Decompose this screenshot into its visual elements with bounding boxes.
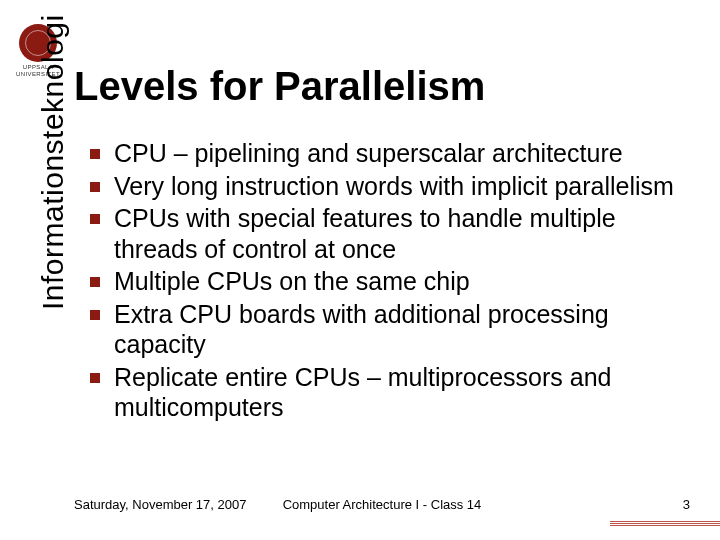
department-label: Informationsteknologi xyxy=(36,14,70,310)
slide-title: Levels for Parallelism xyxy=(74,64,485,109)
square-bullet-icon xyxy=(90,149,100,159)
list-item: Extra CPU boards with additional process… xyxy=(90,299,690,360)
list-item: CPUs with special features to handle mul… xyxy=(90,203,690,264)
square-bullet-icon xyxy=(90,182,100,192)
bullet-text: CPU – pipelining and superscalar archite… xyxy=(114,138,623,169)
footer-date: Saturday, November 17, 2007 xyxy=(74,497,246,512)
list-item: Multiple CPUs on the same chip xyxy=(90,266,690,297)
list-item: CPU – pipelining and superscalar archite… xyxy=(90,138,690,169)
bullet-text: Replicate entire CPUs – multiprocessors … xyxy=(114,362,690,423)
square-bullet-icon xyxy=(90,214,100,224)
decorative-lines-icon xyxy=(610,520,720,526)
bullet-text: Extra CPU boards with additional process… xyxy=(114,299,690,360)
list-item: Very long instruction words with implici… xyxy=(90,171,690,202)
list-item: Replicate entire CPUs – multiprocessors … xyxy=(90,362,690,423)
square-bullet-icon xyxy=(90,373,100,383)
bullet-text: Multiple CPUs on the same chip xyxy=(114,266,470,297)
bullet-list: CPU – pipelining and superscalar archite… xyxy=(90,138,690,425)
square-bullet-icon xyxy=(90,277,100,287)
footer-page-number: 3 xyxy=(683,497,690,512)
slide-footer: Saturday, November 17, 2007 Computer Arc… xyxy=(74,497,690,512)
bullet-text: Very long instruction words with implici… xyxy=(114,171,674,202)
square-bullet-icon xyxy=(90,310,100,320)
bullet-text: CPUs with special features to handle mul… xyxy=(114,203,690,264)
